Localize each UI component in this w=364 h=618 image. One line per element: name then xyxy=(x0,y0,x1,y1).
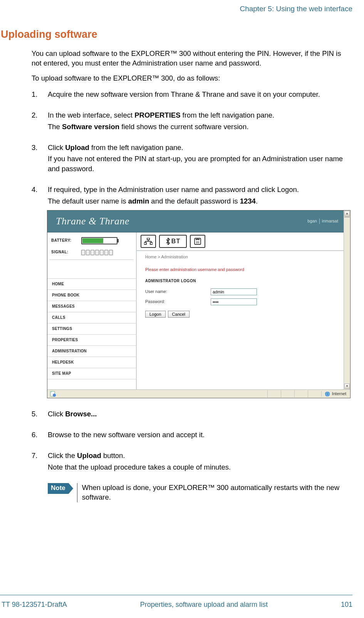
nav-messages[interactable]: MESSAGES xyxy=(47,301,136,312)
step-7-a: Click the xyxy=(48,451,77,460)
password-input[interactable] xyxy=(211,298,257,305)
step-4-sub-e: . xyxy=(256,197,258,205)
step-2-software-version: Software version xyxy=(62,123,119,131)
page-footer: TT 98-123571-DraftA Properties, software… xyxy=(0,595,352,618)
nav-settings[interactable]: SETTINGS xyxy=(47,323,136,335)
step-2-text-c: from the left navigation pane. xyxy=(180,111,274,119)
footer-page-number: 101 xyxy=(341,601,352,609)
battery-status: BATTERY: xyxy=(47,235,136,246)
intro-paragraph-1: You can upload software to the EXPLORER™… xyxy=(32,49,349,68)
step-2-sub-a: The xyxy=(48,123,62,131)
svg-point-13 xyxy=(198,242,199,243)
app-banner: Thrane & Thrane bgan inmarsat xyxy=(47,210,344,232)
internet-zone-text: Internet xyxy=(332,391,346,397)
signal-status: SIGNAL: xyxy=(47,246,136,258)
svg-point-15 xyxy=(53,394,56,397)
step-4-admin: admin xyxy=(128,197,149,205)
step-3-text-c: from the left navigation pane. xyxy=(89,143,183,152)
step-2-text-a: In the web interface, select xyxy=(48,111,134,119)
svg-rect-0 xyxy=(147,238,149,240)
lan-icon xyxy=(141,235,156,248)
brand-logo: Thrane & Thrane xyxy=(56,214,129,228)
chapter-header: Chapter 5: Using the web interface xyxy=(0,0,352,29)
step-5: Click Browse... xyxy=(32,409,349,419)
svg-point-12 xyxy=(197,242,198,243)
note-arrow-icon xyxy=(69,483,73,494)
svg-rect-6 xyxy=(150,242,153,244)
step-7-c: button. xyxy=(101,451,125,460)
nav-helpdesk[interactable]: HELPDESK xyxy=(47,357,136,368)
password-label: Password: xyxy=(145,299,211,305)
sidebar: BATTERY: SIGNAL: xyxy=(47,232,137,389)
step-7-sub: Note that the upload procedure takes a c… xyxy=(48,462,349,472)
svg-point-9 xyxy=(197,241,198,242)
logon-button[interactable]: Logon xyxy=(145,311,166,318)
step-2-properties: PROPERTIES xyxy=(134,111,180,119)
nav-site-map[interactable]: SITE MAP xyxy=(47,368,136,379)
bgan-inmarsat-badge: bgan inmarsat xyxy=(307,218,338,224)
inmarsat-text: inmarsat xyxy=(322,218,338,224)
nav-phone-book[interactable]: PHONE BOOK xyxy=(47,290,136,301)
footer-doc-id: TT 98-123571-DraftA xyxy=(2,601,67,609)
breadcrumb: Home > Administration xyxy=(137,251,344,264)
step-7: Click the Upload button. Note that the u… xyxy=(32,451,349,472)
step-3-upload: Upload xyxy=(65,143,89,152)
svg-point-10 xyxy=(198,241,199,242)
scroll-down-icon[interactable]: ▼ xyxy=(344,384,350,389)
cancel-button[interactable]: Cancel xyxy=(168,311,190,318)
signal-label: SIGNAL: xyxy=(51,249,81,255)
battery-label: BATTERY: xyxy=(51,238,81,243)
step-4-text: If required, type in the Administration … xyxy=(48,185,299,194)
step-4-1234: 1234 xyxy=(240,197,256,205)
step-5-a: Click xyxy=(48,410,65,418)
step-6: Browse to the new software version and a… xyxy=(32,430,349,440)
alert-message: Please enter administration username and… xyxy=(145,267,335,273)
scroll-up-icon[interactable]: ▲ xyxy=(344,211,350,216)
svg-point-11 xyxy=(196,242,197,243)
nav-administration[interactable]: ADMINISTRATION xyxy=(47,346,136,357)
step-4-sub-c: and the default password is xyxy=(149,197,240,205)
vertical-scrollbar[interactable]: ▲ ▼ xyxy=(344,210,350,389)
step-5-browse: Browse... xyxy=(65,410,97,418)
globe-icon xyxy=(325,391,330,397)
step-3: Click Upload from the left navigation pa… xyxy=(32,143,349,174)
phone-icon xyxy=(190,235,205,248)
step-2-sub-c: field shows the current software version… xyxy=(119,123,248,131)
step-4-sub-a: The default user name is xyxy=(48,197,128,205)
nav-calls[interactable]: CALLS xyxy=(47,312,136,323)
admin-logon-screenshot: Thrane & Thrane bgan inmarsat xyxy=(47,210,351,398)
internet-zone-indicator: Internet xyxy=(321,391,350,397)
step-3-sub: If you have not entered the PIN at start… xyxy=(48,154,349,174)
bluetooth-icon: BT xyxy=(159,235,187,248)
status-cells xyxy=(267,390,321,397)
footer-section-title: Properties, software upload and alarm li… xyxy=(67,601,341,609)
nav-properties[interactable]: PROPERTIES xyxy=(47,335,136,346)
step-1: Acquire the new software version from Th… xyxy=(32,89,349,99)
battery-icon xyxy=(81,237,117,244)
note-tag: Note xyxy=(48,483,69,494)
signal-bars-icon xyxy=(81,249,113,255)
svg-point-8 xyxy=(196,241,197,242)
step-2: In the web interface, select PROPERTIES … xyxy=(32,110,349,132)
scroll-thumb[interactable] xyxy=(344,217,350,217)
nav-home[interactable]: HOME xyxy=(47,279,136,290)
username-label: User name: xyxy=(145,289,211,295)
divider-icon xyxy=(319,219,320,224)
note-text: When upload is done, your EXPLORER™ 300 … xyxy=(77,483,349,502)
step-7-upload: Upload xyxy=(77,451,101,460)
svg-rect-5 xyxy=(144,242,146,244)
bt-text: BT xyxy=(171,237,180,246)
note-block: Note When upload is done, your EXPLORER™… xyxy=(48,483,349,502)
intro-paragraph-2: To upload software to the EXPLORER™ 300,… xyxy=(32,74,349,83)
nav-menu: HOME PHONE BOOK MESSAGES CALLS SETTINGS … xyxy=(47,279,136,379)
form-title: ADMINISTRATOR LOGON xyxy=(145,278,335,284)
section-title: Uploading software xyxy=(0,29,352,40)
bgan-text: bgan xyxy=(307,218,317,224)
username-input[interactable] xyxy=(211,288,257,295)
connection-icons-row: BT xyxy=(137,232,344,251)
step-4: If required, type in the Administration … xyxy=(32,185,349,398)
ie-page-icon xyxy=(47,391,58,397)
browser-statusbar: Internet xyxy=(47,389,350,398)
step-3-text-a: Click xyxy=(48,143,65,152)
